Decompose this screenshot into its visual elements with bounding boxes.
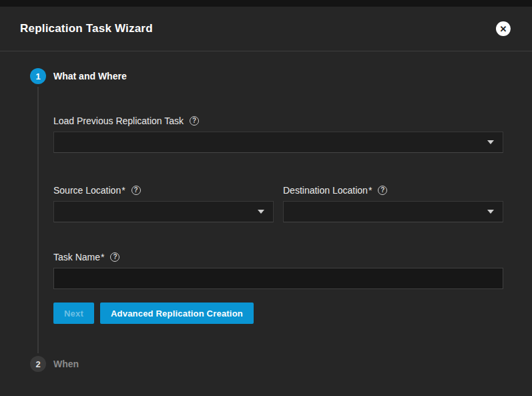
close-icon: ✕	[500, 25, 507, 33]
step-2-rail: 2	[30, 356, 46, 372]
advanced-replication-creation-button[interactable]: Advanced Replication Creation	[100, 303, 254, 324]
stepper-connector-line	[37, 87, 39, 353]
required-marker: *	[121, 185, 125, 196]
destination-location-label: Destination Location*	[283, 185, 372, 196]
destination-location-column: Destination Location* ?	[283, 184, 503, 222]
step-2-label: When	[53, 356, 503, 372]
step-1-body: What and Where Load Previous Replication…	[53, 68, 532, 356]
dialog-header: Replication Task Wizard ✕	[0, 7, 532, 51]
load-previous-task-label-row: Load Previous Replication Task ?	[53, 115, 503, 126]
step-2-body: When	[53, 356, 532, 372]
task-name-input[interactable]	[53, 268, 503, 289]
source-location-label-row: Source Location* ?	[53, 184, 274, 196]
dialog-title: Replication Task Wizard	[20, 22, 496, 35]
destination-location-label-row: Destination Location* ?	[283, 184, 503, 196]
help-icon[interactable]: ?	[131, 186, 141, 195]
next-button[interactable]: Next	[53, 303, 94, 324]
step-2-number-badge: 2	[30, 356, 46, 372]
step-1-number-badge: 1	[30, 68, 46, 84]
required-marker: *	[368, 185, 372, 196]
required-marker: *	[101, 252, 104, 262]
step-1-label: What and Where	[53, 68, 503, 84]
chevron-down-icon	[487, 210, 494, 214]
task-name-label-row: Task Name* ?	[53, 251, 503, 262]
load-previous-task-label: Load Previous Replication Task	[53, 116, 184, 126]
task-name-row: Task Name* ?	[53, 251, 503, 289]
help-icon[interactable]: ?	[190, 116, 199, 126]
location-row: Source Location* ? Destination Location*…	[53, 184, 503, 222]
chevron-down-icon	[258, 210, 264, 214]
close-button[interactable]: ✕	[496, 21, 511, 36]
wizard-body: 1 What and Where Load Previous Replicati…	[0, 51, 532, 372]
load-previous-task-select[interactable]	[53, 132, 503, 153]
chevron-down-icon	[487, 140, 494, 144]
task-name-label: Task Name*	[53, 252, 104, 262]
page-top-strip	[0, 0, 532, 7]
step-1-section: 1 What and Where Load Previous Replicati…	[30, 68, 532, 356]
source-location-label: Source Location*	[53, 185, 125, 196]
help-icon[interactable]: ?	[378, 186, 387, 195]
destination-location-select[interactable]	[283, 201, 503, 222]
step-1-form: Load Previous Replication Task ? Source …	[53, 115, 503, 324]
help-icon[interactable]: ?	[110, 252, 119, 262]
step-1-rail: 1	[30, 68, 46, 356]
source-location-select[interactable]	[53, 201, 274, 222]
step-2-section: 2 When	[30, 356, 532, 372]
source-location-column: Source Location* ?	[53, 184, 274, 222]
action-buttons-row: Next Advanced Replication Creation	[53, 303, 503, 324]
